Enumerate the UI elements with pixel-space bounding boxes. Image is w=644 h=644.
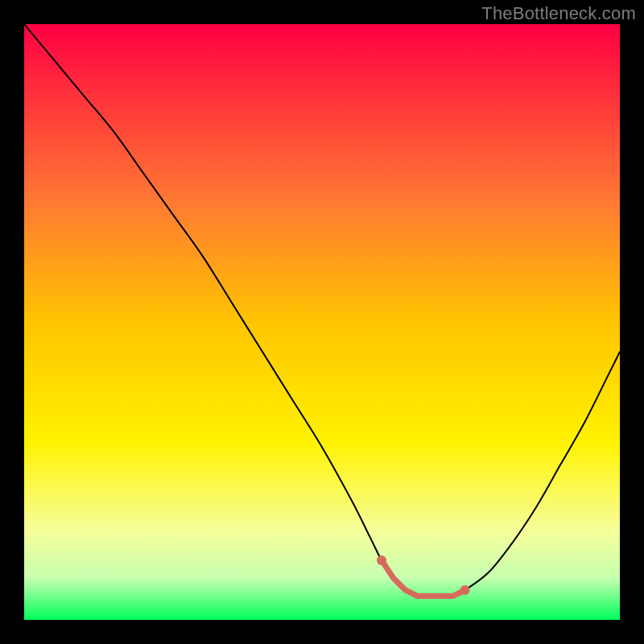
chart-container: TheBottleneck.com [0, 0, 644, 644]
sweet-spot-dot [377, 555, 386, 565]
gradient-background [24, 24, 620, 620]
watermark-attribution: TheBottleneck.com [481, 3, 636, 24]
bottleneck-curve-plot [24, 24, 620, 620]
sweet-spot-dot [460, 585, 470, 595]
